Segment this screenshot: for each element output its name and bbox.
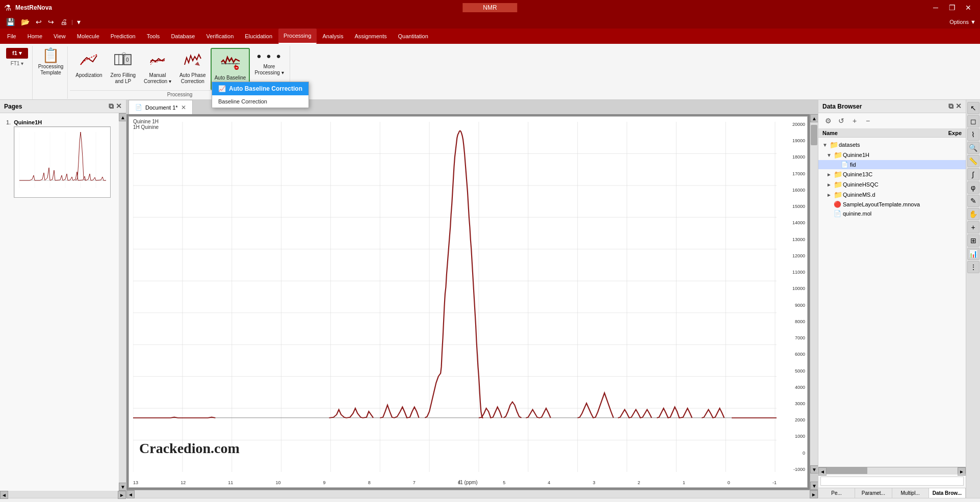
processing-template-button[interactable]: 📋 Processing Template: [35, 46, 68, 99]
menu-analysis[interactable]: Analysis: [318, 29, 349, 44]
chart-scroll-down-mid[interactable]: ▼: [810, 465, 818, 473]
menu-prediction[interactable]: Prediction: [106, 29, 141, 44]
menu-verification[interactable]: Verification: [201, 29, 239, 44]
chart-main-label: Quinine 1H: [133, 119, 159, 124]
menu-tools[interactable]: Tools: [142, 29, 165, 44]
y-tick-15000: 15000: [792, 204, 805, 209]
menu-view[interactable]: View: [48, 29, 71, 44]
db-tree-quinine1h[interactable]: ▼ 📁 Quinine1H: [818, 150, 966, 160]
db-tab-paramet[interactable]: Paramet...: [855, 488, 892, 498]
doc-tab-close[interactable]: ✕: [181, 104, 186, 111]
y-tick-1000: 1000: [795, 434, 805, 439]
menu-molecule[interactable]: Molecule: [72, 29, 105, 44]
rt-btn-10[interactable]: +: [967, 221, 979, 233]
db-tab-multipl[interactable]: Multipl...: [892, 488, 929, 498]
data-browser-title: Data Browser: [822, 103, 862, 110]
new-button[interactable]: 💾: [4, 17, 17, 27]
undo-button[interactable]: ↩: [34, 17, 44, 27]
auto-phase-correction-button[interactable]: Auto Phase Correction: [176, 48, 210, 87]
db-tree-quinehsqc[interactable]: ► 📁 QuinineHSQC: [818, 179, 966, 190]
rt-btn-3[interactable]: ⌇: [967, 128, 979, 141]
pages-scroll-up[interactable]: ▲: [119, 113, 126, 121]
maximize-button[interactable]: ❐: [944, 2, 960, 14]
rt-btn-2[interactable]: ◻: [967, 115, 979, 127]
dropdown-baseline-correction[interactable]: Baseline Correction: [212, 95, 308, 108]
menu-file[interactable]: File: [2, 29, 21, 44]
rt-btn-1[interactable]: ↖: [967, 102, 979, 114]
db-tree-quinine13c[interactable]: ► 📁 Quinine13C: [818, 169, 966, 179]
page-item-1[interactable]: 1. Quinine1H: [4, 117, 115, 200]
rt-btn-4[interactable]: 🔍: [967, 142, 979, 154]
db-tab-pe[interactable]: Pe...: [818, 488, 855, 498]
f1-button[interactable]: f1 ▾: [6, 48, 28, 59]
menu-home[interactable]: Home: [22, 29, 47, 44]
print-button[interactable]: 🖨: [58, 17, 69, 27]
ft1-label: FT1 ▾: [11, 61, 24, 66]
pages-float-button[interactable]: ⧉: [109, 102, 114, 111]
rt-btn-9[interactable]: ✋: [967, 208, 979, 220]
menu-processing[interactable]: Processing: [278, 29, 316, 44]
pages-panel-header: Pages ⧉ ✕: [0, 100, 126, 113]
manual-correction-button[interactable]: Manual Correction ▾: [140, 48, 175, 87]
db-close-button[interactable]: ✕: [956, 102, 962, 111]
db-search-input[interactable]: [820, 477, 964, 486]
document-tab-1[interactable]: 📄 Document 1* ✕: [128, 100, 193, 114]
dropdown-icon: 📈: [218, 85, 226, 92]
rt-btn-7[interactable]: φ: [967, 181, 979, 194]
data-browser-header: Data Browser ⧉ ✕: [818, 100, 966, 113]
zero-filling-button[interactable]: 0 Zero Filling and LP: [107, 48, 139, 87]
pages-hscroll-left[interactable]: ◄: [0, 491, 8, 499]
more-processing-button[interactable]: • • • More Processing ▾: [251, 48, 287, 78]
open-button[interactable]: 📂: [19, 17, 32, 27]
db-add-button[interactable]: +: [849, 115, 860, 126]
redo-button[interactable]: ↪: [46, 17, 56, 27]
datasets-folder-icon: 📁: [830, 141, 839, 149]
rt-btn-8[interactable]: ✎: [967, 195, 979, 207]
db-hscroll-track: [827, 467, 958, 474]
options-label[interactable]: Options ▼: [949, 19, 976, 25]
apodization-button[interactable]: Apodization: [72, 48, 106, 81]
menu-elucidation[interactable]: Elucidation: [240, 29, 277, 44]
db-refresh-button[interactable]: ↺: [836, 115, 847, 126]
qat-dropdown[interactable]: ▾: [75, 17, 83, 27]
db-hscroll: ◄ ►: [818, 467, 966, 474]
x-tick-12: 12: [180, 480, 186, 485]
auto-phase-correction-label: Auto Phase Correction: [179, 72, 206, 85]
chart-scroll-up[interactable]: ▲: [810, 114, 818, 122]
rt-btn-13[interactable]: ⋮: [967, 261, 979, 273]
pages-title: Pages: [4, 103, 22, 110]
pages-close-button[interactable]: ✕: [116, 102, 122, 111]
minimize-button[interactable]: ─: [928, 2, 943, 14]
y-tick-6000: 6000: [795, 352, 805, 357]
db-tree-quinems[interactable]: ► 📁 QuinineMS.d: [818, 190, 966, 200]
menu-database[interactable]: Database: [166, 29, 200, 44]
db-settings-button[interactable]: ⚙: [822, 115, 834, 126]
db-tab-data-brow[interactable]: Data Brow...: [929, 488, 966, 498]
ft1-button[interactable]: FT1 ▾: [11, 61, 24, 66]
rt-btn-6[interactable]: ∫: [967, 168, 979, 180]
db-tree-datasets[interactable]: ▼ 📁 datasets: [818, 140, 966, 150]
pages-hscroll-right[interactable]: ►: [118, 491, 126, 499]
db-float-button[interactable]: ⧉: [948, 102, 953, 111]
menu-quantitation[interactable]: Quantitation: [393, 29, 433, 44]
close-button[interactable]: ✕: [961, 2, 976, 14]
chart-hscroll-right[interactable]: ►: [810, 490, 818, 498]
manual-correction-label: Manual Correction ▾: [144, 72, 171, 85]
pages-scrollbar: ▲ ▼: [119, 113, 126, 491]
menu-assignments[interactable]: Assignments: [350, 29, 392, 44]
rt-btn-12[interactable]: 📊: [967, 248, 979, 260]
db-tree-fid[interactable]: 📄 fid: [818, 160, 966, 169]
chart-scroll-down[interactable]: ▼: [810, 482, 818, 490]
quinine13c-label: Quinine13C: [843, 171, 872, 177]
pages-scroll-down[interactable]: ▼: [119, 483, 126, 491]
db-tree-quinine-mol[interactable]: 📄 quinine.mol: [818, 209, 966, 218]
data-browser-panel: Data Browser ⧉ ✕ ⚙ ↺ + − Name Expe ▼ 📁 d…: [818, 100, 966, 498]
db-tree-sample-layout[interactable]: 🔴 SampleLayoutTemplate.mnova: [818, 200, 966, 209]
y-tick-0: 0: [803, 451, 805, 456]
rt-btn-11[interactable]: ⊞: [967, 234, 979, 247]
rt-btn-5[interactable]: 📏: [967, 155, 979, 167]
y-tick-17000: 17000: [792, 171, 805, 176]
chart-hscroll-left[interactable]: ◄: [126, 490, 135, 498]
db-minus-button[interactable]: −: [862, 115, 873, 126]
x-tick-3: 3: [592, 480, 595, 485]
